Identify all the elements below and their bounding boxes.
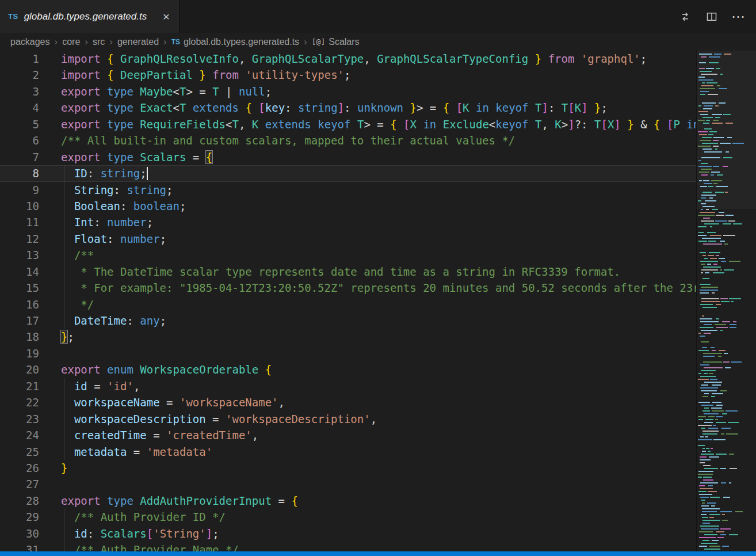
line-number[interactable]: 6 — [0, 132, 39, 148]
code-token: in — [686, 118, 696, 131]
line-number[interactable]: 13 — [0, 247, 39, 263]
code-token: } — [535, 52, 541, 65]
line-number[interactable]: 3 — [0, 83, 39, 100]
code-line[interactable]: 2import { DeepPartial } from 'utility-ty… — [0, 67, 696, 83]
code-token: } — [627, 118, 633, 131]
code-line[interactable]: 3export type Maybe<T> = T | null; — [0, 83, 696, 100]
code-line[interactable]: 8 ID: string; — [0, 165, 696, 181]
line-number[interactable]: 11 — [0, 214, 39, 230]
code-line[interactable]: 14 * The DateTime scalar type represents… — [0, 264, 696, 280]
code-token: } — [61, 462, 67, 474]
code-token: T — [535, 101, 541, 114]
split-editor-icon[interactable] — [703, 8, 720, 25]
line-number[interactable]: 29 — [0, 509, 39, 525]
code-token: import — [61, 68, 101, 81]
code-line[interactable]: 13 /** — [0, 247, 696, 263]
line-number[interactable]: 1 — [0, 51, 39, 67]
code-line[interactable]: 20export enum WorkspaceOrderable { — [0, 361, 696, 378]
code-line[interactable]: 24 createdTime = 'createdTime', — [0, 427, 696, 443]
line-number[interactable]: 17 — [0, 313, 39, 329]
breadcrumb-item-src[interactable]: src — [93, 37, 105, 47]
breadcrumb-separator: › — [55, 36, 58, 48]
line-number[interactable]: 21 — [0, 378, 39, 394]
code-line[interactable]: 25 metadata = 'metadata' — [0, 444, 696, 460]
line-number[interactable]: 23 — [0, 411, 39, 427]
code-line[interactable]: 29 /** Auth Provider ID */ — [0, 509, 696, 525]
code-viewport[interactable]: 1import { GraphQLResolveInfo, GraphQLSca… — [0, 51, 696, 551]
code-line[interactable]: 26} — [0, 460, 696, 476]
line-number[interactable]: 14 — [0, 264, 39, 280]
code-token: { — [291, 494, 297, 507]
breadcrumb-separator: › — [163, 36, 167, 48]
code-token: : — [285, 101, 298, 114]
line-number[interactable]: 9 — [0, 182, 39, 198]
code-line[interactable]: 11 Int: number; — [0, 214, 696, 230]
code-line[interactable]: 19 — [0, 345, 696, 361]
line-number[interactable]: 15 — [0, 280, 39, 296]
minimap[interactable] — [696, 51, 756, 551]
line-number[interactable]: 16 — [0, 296, 39, 313]
line-number[interactable]: 24 — [0, 427, 39, 443]
code-line[interactable]: 17 DateTime: any; — [0, 313, 696, 329]
code-token: keyof — [495, 118, 528, 131]
code-line[interactable]: 4export type Exact<T extends { [key: str… — [0, 100, 696, 116]
code-line[interactable]: 12 Float: number; — [0, 231, 696, 247]
code-line[interactable]: 1import { GraphQLResolveInfo, GraphQLSca… — [0, 51, 696, 67]
code-token: : — [127, 314, 140, 327]
code-line[interactable]: 7export type Scalars = { — [0, 149, 696, 165]
line-number[interactable]: 20 — [0, 361, 39, 378]
line-number[interactable]: 31 — [0, 542, 39, 551]
code-token: ?: — [575, 118, 594, 131]
code-token — [114, 52, 120, 65]
code-line[interactable]: 15 * For example: "1985-04-12T23:20:50.5… — [0, 280, 696, 296]
open-changes-icon[interactable] — [677, 8, 694, 25]
close-tab-icon[interactable]: × — [162, 10, 171, 22]
code-line[interactable]: 10 Boolean: boolean; — [0, 198, 696, 214]
code-token: string — [298, 101, 338, 114]
line-number[interactable]: 27 — [0, 476, 39, 492]
code-token: 'workspaceName' — [180, 396, 278, 409]
line-number[interactable]: 19 — [0, 345, 39, 361]
code-token: P — [673, 118, 679, 131]
line-number[interactable]: 18 — [0, 329, 39, 345]
code-line[interactable]: 16 */ — [0, 296, 696, 313]
line-number[interactable]: 30 — [0, 525, 39, 542]
code-line[interactable]: 18}; — [0, 329, 696, 345]
code-token: Exclude — [443, 118, 489, 131]
code-line[interactable]: 31 /** Auth Provider Name */ — [0, 542, 696, 551]
tab-global-db-types-generated-ts[interactable]: TS global.db.types.generated.ts × — [0, 0, 180, 33]
breadcrumb-item-core[interactable]: core — [62, 37, 80, 47]
line-number[interactable]: 26 — [0, 460, 39, 476]
code-token: ; — [160, 233, 166, 245]
line-number[interactable]: 5 — [0, 116, 39, 132]
line-number[interactable]: 28 — [0, 493, 39, 509]
code-token — [61, 167, 74, 180]
line-number[interactable]: 25 — [0, 444, 39, 460]
code-token — [311, 118, 318, 131]
breadcrumb-item-scalars[interactable]: [@]Scalars — [312, 37, 360, 47]
code-token — [101, 52, 107, 65]
line-number[interactable]: 2 — [0, 67, 39, 83]
code-line[interactable]: 9 String: string; — [0, 182, 696, 198]
code-line[interactable]: 28export type AddAuthProviderInput = { — [0, 493, 696, 509]
line-number[interactable]: 8 — [0, 165, 39, 181]
line-number[interactable]: 12 — [0, 231, 39, 247]
line-number[interactable]: 4 — [0, 100, 39, 116]
breadcrumb-item-generated[interactable]: generated — [117, 37, 159, 47]
code-token: DeepPartial — [120, 68, 193, 81]
more-actions-icon[interactable]: ⋯ — [730, 8, 747, 25]
code-line[interactable]: 30 id: Scalars['String']; — [0, 525, 696, 542]
line-number[interactable]: 22 — [0, 394, 39, 410]
code-line[interactable]: 27 — [0, 476, 696, 492]
line-number[interactable]: 7 — [0, 149, 39, 165]
breadcrumb-item-global-db-types-generated-ts[interactable]: TSglobal.db.types.generated.ts — [171, 37, 299, 47]
code-line[interactable]: 22 workspaceName = 'workspaceName', — [0, 394, 696, 410]
code-line[interactable]: 5export type RequireFields<T, K extends … — [0, 116, 696, 132]
breadcrumb-label: core — [62, 37, 80, 47]
code-line[interactable]: 21 id = 'id', — [0, 378, 696, 394]
line-number[interactable]: 10 — [0, 198, 39, 214]
breadcrumb-item-packages[interactable]: packages — [10, 37, 50, 47]
code-line[interactable]: 23 workspaceDescription = 'workspaceDesc… — [0, 411, 696, 427]
code-token — [436, 118, 442, 131]
code-line[interactable]: 6/** All built-in and custom scalars, ma… — [0, 132, 696, 148]
